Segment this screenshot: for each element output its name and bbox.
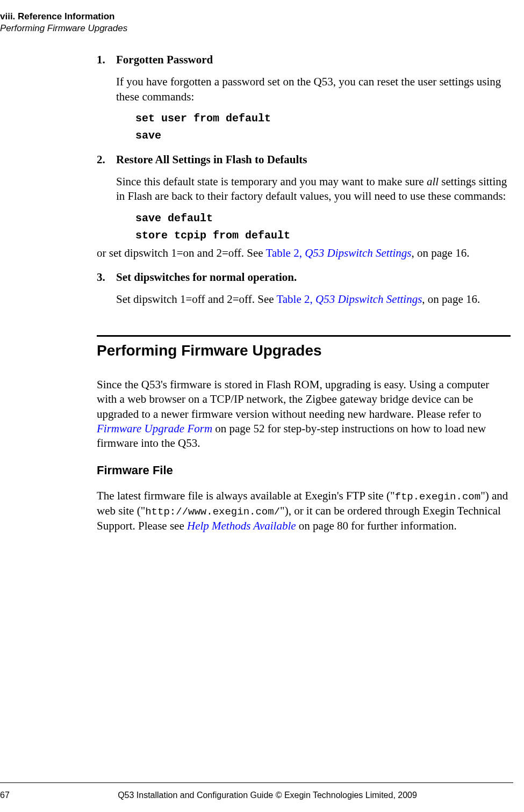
code-line: save default	[135, 212, 511, 226]
list-number: 3.	[97, 270, 116, 285]
subsection-title: Firmware File	[97, 463, 511, 479]
body-text: Since the Q53's firmware is stored in Fl…	[97, 378, 511, 451]
cross-ref-link[interactable]: Firmware Upgrade Form	[97, 422, 212, 435]
list-item: 3. Set dipswitches for normal operation.…	[97, 270, 511, 307]
body-text: or set dipswitch 1=on and 2=off. See Tab…	[97, 246, 511, 260]
footer-rule	[0, 782, 513, 783]
running-header: viii. Reference Information Performing F…	[0, 11, 127, 34]
body-text: If you have forgotten a password set on …	[116, 75, 511, 104]
list-item: 2. Restore All Settings in Flash to Defa…	[97, 153, 511, 260]
list-number: 2.	[97, 153, 116, 167]
page-number: 67	[0, 791, 21, 800]
numbered-list: 1. Forgotten Password If you have forgot…	[97, 53, 511, 307]
footer-text: Q53 Installation and Configuration Guide…	[21, 791, 513, 800]
body-text: The latest firmware file is always avail…	[97, 489, 511, 533]
code-line: store tcpip from default	[135, 229, 511, 243]
code-line: set user from default	[135, 112, 511, 126]
list-title: Forgotten Password	[116, 53, 213, 67]
code-line: save	[135, 129, 511, 143]
list-item: 1. Forgotten Password If you have forgot…	[97, 53, 511, 143]
list-number: 1.	[97, 53, 116, 67]
list-title: Set dipswitches for normal operation.	[116, 270, 297, 285]
cross-ref-link[interactable]: Table 2,	[266, 247, 305, 259]
cross-ref-link[interactable]: Help Methods Available	[187, 519, 296, 532]
section-rule	[97, 335, 511, 337]
page-footer: 67 Q53 Installation and Configuration Gu…	[0, 791, 513, 800]
cross-ref-link[interactable]: Q53 Dipswitch Settings	[315, 293, 422, 306]
chapter-label: viii. Reference Information	[0, 11, 127, 23]
body-text: Since this default state is temporary an…	[116, 175, 511, 204]
body-text: Set dipswitch 1=off and 2=off. See Table…	[116, 292, 511, 307]
section-title: Performing Firmware Upgrades	[97, 341, 511, 360]
url-text: ftp.exegin.com	[395, 491, 481, 503]
cross-ref-link[interactable]: Q53 Dipswitch Settings	[305, 247, 411, 259]
url-text: http://www.exegin.com/	[145, 506, 280, 518]
section-label: Performing Firmware Upgrades	[0, 23, 127, 34]
cross-ref-link[interactable]: Table 2,	[276, 293, 315, 306]
list-title: Restore All Settings in Flash to Default…	[116, 153, 307, 167]
